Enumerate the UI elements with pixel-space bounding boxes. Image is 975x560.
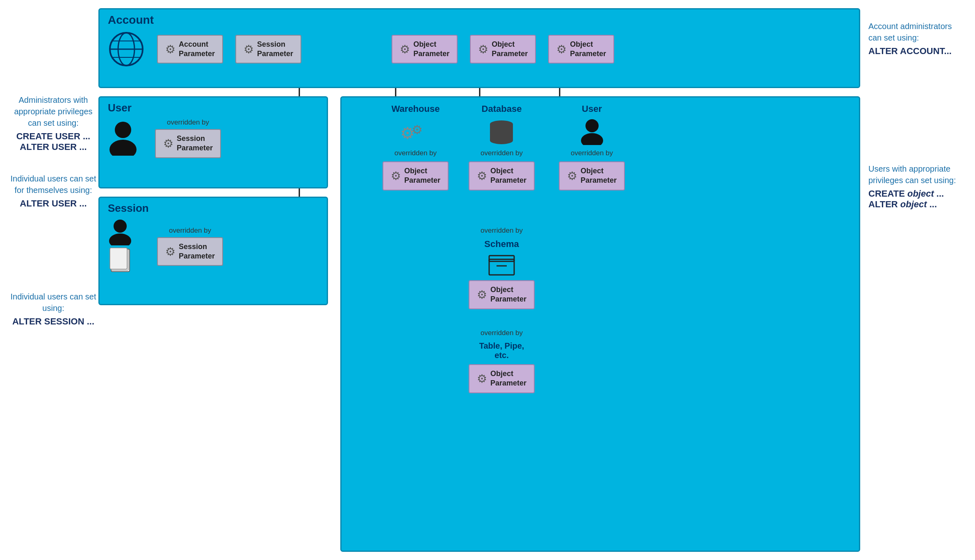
database-obj-label: ObjectParameter xyxy=(490,166,526,186)
left-labels: Administrators with appropriate privileg… xyxy=(8,8,98,552)
session-doc-icon xyxy=(109,247,132,274)
obj-param-1-gear: ⚙ xyxy=(400,43,410,56)
account-session-label: SessionParameter xyxy=(257,40,293,59)
table-pipe-label: Table, Pipe, etc. xyxy=(479,341,524,360)
account-content: ⚙ AccountParameter ⚙ SessionParameter ⚙ … xyxy=(108,31,851,68)
account-param-box: ⚙ AccountParameter xyxy=(157,35,223,64)
schema-col: overridden by Schema ⚙ ObjectParameter xyxy=(469,227,535,309)
object-italic-1: object xyxy=(907,188,934,199)
objects-box: Warehouse ⚙ ⚙ overridden by ⚙ ObjectPara… xyxy=(340,96,860,552)
account-session-param-box: ⚙ SessionParameter xyxy=(235,35,301,64)
alter-session-desc: Individual users can set using: xyxy=(8,291,98,314)
alter-user-cmd: ALTER USER ... xyxy=(8,198,98,209)
user-person-icon xyxy=(108,121,139,156)
account-obj-param-3: ⚙ ObjectParameter xyxy=(548,35,614,64)
admin-desc: Administrators with appropriate privileg… xyxy=(8,94,98,129)
svg-point-29 xyxy=(490,137,513,144)
admin-label-block: Administrators with appropriate privileg… xyxy=(8,94,98,152)
schema-gear: ⚙ xyxy=(477,288,487,302)
objects-inner: Warehouse ⚙ ⚙ overridden by ⚙ ObjectPara… xyxy=(350,102,851,546)
account-session-gear: ⚙ xyxy=(244,43,254,56)
account-param-gear: ⚙ xyxy=(165,43,175,56)
database-col: Database overridden by ⚙ ObjectParameter xyxy=(469,104,535,190)
session-gear: ⚙ xyxy=(165,245,175,258)
admin-cmd: CREATE USER ... ALTER USER ... xyxy=(8,131,98,152)
obj-param-3-label: ObjectParameter xyxy=(570,40,606,59)
alter-user-desc: Individual users can set for themselves … xyxy=(8,173,98,196)
schema-label: Schema xyxy=(484,239,519,249)
database-overridden: overridden by xyxy=(481,149,523,157)
user-session-gear: ⚙ xyxy=(163,137,173,150)
table-pipe-overridden: overridden by xyxy=(481,329,523,337)
schema-param-label: ObjectParameter xyxy=(490,285,526,304)
session-title: Session xyxy=(108,202,319,215)
user-title: User xyxy=(108,102,319,114)
user-obj-param: ⚙ ObjectParameter xyxy=(559,161,625,190)
create-object-cmd: CREATE object ... ALTER object ... xyxy=(868,188,967,210)
database-obj-gear: ⚙ xyxy=(477,169,487,183)
warehouse-obj-param: ⚙ ObjectParameter xyxy=(383,161,449,190)
account-obj-param-2: ⚙ ObjectParameter xyxy=(470,35,536,64)
database-icon xyxy=(488,118,515,145)
main-container: Administrators with appropriate privileg… xyxy=(8,8,967,552)
user-content: overridden by ⚙ SessionParameter xyxy=(108,118,319,158)
user-overridden-label: overridden by xyxy=(167,118,209,127)
session-overridden-label: overridden by xyxy=(169,227,211,235)
user-obj-icon xyxy=(580,118,604,145)
svg-point-31 xyxy=(581,133,603,145)
user-session-label: SessionParameter xyxy=(177,134,213,153)
svg-point-30 xyxy=(585,119,599,132)
svg-point-16 xyxy=(109,234,131,245)
alter-session-cmd: ALTER SESSION ... xyxy=(8,316,98,327)
database-obj-param: ⚙ ObjectParameter xyxy=(469,161,535,190)
table-pipe-col: overridden by Table, Pipe, etc. ⚙ Object… xyxy=(469,329,535,393)
diagram-area: Account ⚙ AccountParameter ⚙ xyxy=(98,8,860,552)
session-param-box: ⚙ SessionParameter xyxy=(157,237,223,266)
user-obj-param-label: ObjectParameter xyxy=(581,166,617,186)
account-param-label: AccountParameter xyxy=(179,40,215,59)
account-obj-param-1: ⚙ ObjectParameter xyxy=(392,35,458,64)
warehouse-label: Warehouse xyxy=(392,104,440,114)
warehouse-obj-gear: ⚙ xyxy=(391,169,401,183)
account-box: Account ⚙ AccountParameter ⚙ xyxy=(98,8,860,88)
user-obj-col: User overridden by ⚙ ObjectParameter xyxy=(559,104,625,190)
svg-point-13 xyxy=(115,122,131,138)
user-obj-gear: ⚙ xyxy=(567,169,577,183)
svg-point-14 xyxy=(109,140,137,156)
globe-icon xyxy=(108,31,145,68)
create-alter-object-block: Users with appropriate privileges can se… xyxy=(868,163,967,210)
user-obj-overridden: overridden by xyxy=(571,149,613,157)
svg-rect-33 xyxy=(489,256,514,261)
obj-param-2-gear: ⚙ xyxy=(478,43,488,56)
schema-obj-param: ⚙ ObjectParameter xyxy=(469,280,535,309)
user-session-param-box: ⚙ SessionParameter xyxy=(155,129,221,158)
user-obj-label: User xyxy=(582,104,602,114)
create-object-desc: Users with appropriate privileges can se… xyxy=(868,163,967,186)
alter-account-desc: Account administrators can set using: xyxy=(868,20,967,43)
svg-text:⚙: ⚙ xyxy=(412,123,423,136)
warehouse-obj-label: ObjectParameter xyxy=(404,166,440,186)
obj-param-3-gear: ⚙ xyxy=(556,43,567,56)
right-labels: Account administrators can set using: AL… xyxy=(860,8,967,552)
table-pipe-gear: ⚙ xyxy=(477,372,487,385)
database-label: Database xyxy=(482,104,522,114)
obj-param-1-label: ObjectParameter xyxy=(413,40,449,59)
alter-session-label-block: Individual users can set using: ALTER SE… xyxy=(8,291,98,327)
alter-user-label-block: Individual users can set for themselves … xyxy=(8,173,98,209)
session-label: SessionParameter xyxy=(179,242,215,261)
object-italic-2: object xyxy=(900,199,927,209)
session-person-icon xyxy=(108,219,132,245)
table-pipe-param-label: ObjectParameter xyxy=(490,369,526,388)
session-box: Session xyxy=(98,197,328,305)
schema-icon xyxy=(488,254,515,276)
account-title: Account xyxy=(108,14,851,27)
warehouse-overridden: overridden by xyxy=(394,149,437,157)
obj-param-2-label: ObjectParameter xyxy=(492,40,528,59)
session-content: overridden by ⚙ SessionParameter xyxy=(108,219,319,274)
user-box: User overridden by ⚙ SessionParameter xyxy=(98,96,328,188)
schema-pre-overridden: overridden by xyxy=(481,227,523,235)
warehouse-col: Warehouse ⚙ ⚙ overridden by ⚙ ObjectPara… xyxy=(383,104,449,190)
svg-rect-22 xyxy=(110,248,127,269)
warehouse-icon: ⚙ ⚙ xyxy=(400,118,431,145)
alter-account-block: Account administrators can set using: AL… xyxy=(868,20,967,57)
